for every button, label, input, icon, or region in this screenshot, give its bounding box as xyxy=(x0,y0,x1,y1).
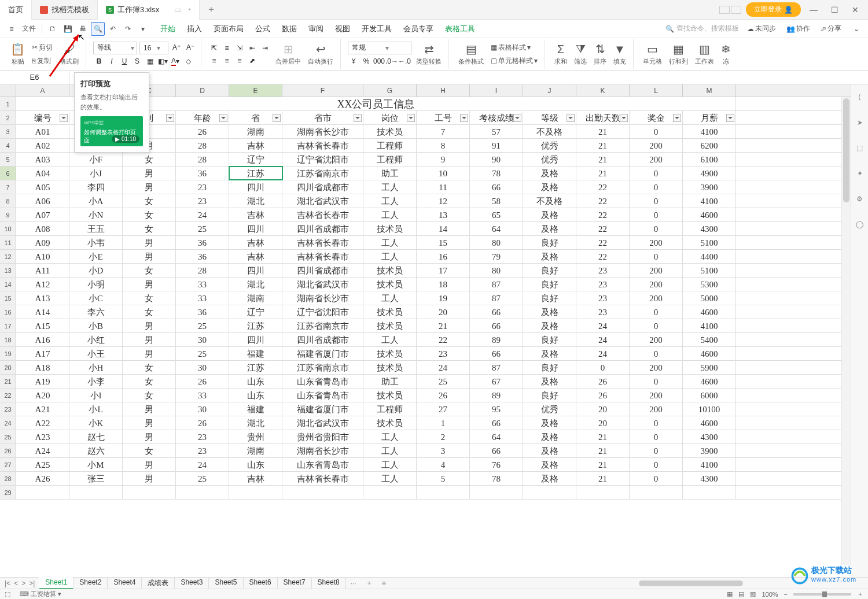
cell-J25[interactable]: 及格 xyxy=(523,430,576,443)
cell-M23[interactable]: 10100 xyxy=(683,402,736,416)
header-cell[interactable]: 编号 xyxy=(16,111,69,124)
cell-H3[interactable]: 7 xyxy=(417,125,470,138)
filter-arrow-icon[interactable] xyxy=(513,114,521,122)
sheet-tab-Sheet5[interactable]: Sheet5 xyxy=(209,577,243,589)
cell-D11[interactable]: 36 xyxy=(176,236,229,249)
cell-B7[interactable]: 李四 xyxy=(69,180,123,194)
row-header-22[interactable]: 22 xyxy=(0,389,16,402)
cell-L18[interactable]: 200 xyxy=(630,333,683,346)
cell-F23[interactable]: 福建省厦门市 xyxy=(282,402,363,416)
row-header-7[interactable]: 7 xyxy=(0,180,16,194)
cell-I25[interactable]: 64 xyxy=(470,430,523,443)
cell-K11[interactable]: 22 xyxy=(576,236,630,249)
filter-arrow-icon[interactable] xyxy=(166,114,174,122)
sheet-tab-Sheet2[interactable]: Sheet2 xyxy=(73,577,108,589)
print-icon[interactable]: 🖶 xyxy=(76,22,90,36)
cell-F8[interactable]: 湖北省武汉市 xyxy=(282,194,363,208)
zoom-out-icon[interactable]: − xyxy=(784,591,788,598)
cell-F14[interactable]: 湖北省武汉市 xyxy=(282,278,363,291)
cell-button[interactable]: ▭单元格 xyxy=(641,42,664,66)
cell-L26[interactable]: 0 xyxy=(630,444,683,457)
cell-D28[interactable]: 25 xyxy=(176,472,229,485)
cell-K27[interactable]: 21 xyxy=(576,458,630,471)
cell-E12[interactable]: 吉林 xyxy=(229,250,282,263)
empty-cell[interactable] xyxy=(176,486,229,499)
cell-L21[interactable]: 0 xyxy=(630,375,683,388)
header-cell[interactable]: 月薪 xyxy=(683,111,736,124)
cell-M17[interactable]: 4100 xyxy=(683,319,736,332)
cell-C17[interactable]: 男 xyxy=(123,319,176,332)
cell-L4[interactable]: 200 xyxy=(630,139,683,152)
cell-I9[interactable]: 65 xyxy=(470,208,523,221)
cell-K25[interactable]: 21 xyxy=(576,430,630,443)
close-button[interactable]: ✕ xyxy=(847,5,863,14)
sheet-tab-Sheet8[interactable]: Sheet8 xyxy=(312,577,346,589)
view-break-icon[interactable]: ▧ xyxy=(750,590,756,598)
cell-K15[interactable]: 23 xyxy=(576,291,630,305)
cell-G24[interactable]: 技术员 xyxy=(363,416,417,430)
cell-H8[interactable]: 12 xyxy=(417,194,470,208)
cell-M8[interactable]: 4100 xyxy=(683,194,736,208)
cell-A28[interactable]: A26 xyxy=(16,472,69,485)
cell-I7[interactable]: 66 xyxy=(470,180,523,194)
cell-F12[interactable]: 吉林省长春市 xyxy=(282,250,363,263)
empty-cell[interactable] xyxy=(417,486,470,499)
cell-J12[interactable]: 及格 xyxy=(523,250,576,263)
cell-J24[interactable]: 及格 xyxy=(523,416,576,430)
cell-C26[interactable]: 女 xyxy=(123,444,176,457)
cell-C14[interactable]: 男 xyxy=(123,278,176,291)
qa-dropdown-icon[interactable]: ▾ xyxy=(136,22,150,36)
filter-arrow-icon[interactable] xyxy=(407,114,415,122)
empty-cell[interactable] xyxy=(683,486,736,499)
cell-K13[interactable]: 23 xyxy=(576,264,630,277)
sum-button[interactable]: Σ求和 xyxy=(552,43,569,66)
cell-E26[interactable]: 湖南 xyxy=(229,444,282,457)
cell-K6[interactable]: 21 xyxy=(576,167,630,180)
row-header-13[interactable]: 13 xyxy=(0,264,16,277)
currency-icon[interactable]: ¥ xyxy=(348,56,359,67)
cell-J28[interactable]: 及格 xyxy=(523,472,576,485)
cell-M10[interactable]: 4300 xyxy=(683,222,736,235)
type-convert-button[interactable]: ⇄类型转换 xyxy=(414,42,444,66)
cell-A14[interactable]: A12 xyxy=(16,278,69,291)
cell-C21[interactable]: 女 xyxy=(123,375,176,388)
cell-K3[interactable]: 21 xyxy=(576,125,630,138)
cell-I4[interactable]: 91 xyxy=(470,139,523,152)
sheet-add[interactable]: ＋ xyxy=(361,578,377,588)
cell-I24[interactable]: 66 xyxy=(470,416,523,430)
cell-A12[interactable]: A10 xyxy=(16,250,69,263)
zoom-in-icon[interactable]: ＋ xyxy=(857,590,863,598)
sheet-more[interactable]: ··· xyxy=(346,579,361,587)
cell-I3[interactable]: 57 xyxy=(470,125,523,138)
header-cell[interactable]: 等级 xyxy=(523,111,576,124)
cell-G16[interactable]: 技术员 xyxy=(363,305,417,319)
menu-tab-review[interactable]: 审阅 xyxy=(304,21,328,36)
cell-C25[interactable]: 男 xyxy=(123,430,176,443)
cell-M15[interactable]: 5000 xyxy=(683,291,736,305)
cell-F4[interactable]: 吉林省长春市 xyxy=(282,139,363,152)
cell-J4[interactable]: 优秀 xyxy=(523,139,576,152)
cell-I15[interactable]: 87 xyxy=(470,291,523,305)
cell-C22[interactable]: 女 xyxy=(123,389,176,402)
cell-D7[interactable]: 23 xyxy=(176,180,229,194)
cell-M22[interactable]: 6000 xyxy=(683,389,736,402)
empty-cell[interactable] xyxy=(576,486,630,499)
col-header-F[interactable]: F xyxy=(282,84,363,97)
cell-C13[interactable]: 女 xyxy=(123,264,176,277)
cell-H12[interactable]: 16 xyxy=(417,250,470,263)
cell-J17[interactable]: 及格 xyxy=(523,319,576,332)
cell-B12[interactable]: 小E xyxy=(69,250,123,263)
cell-E7[interactable]: 四川 xyxy=(229,180,282,194)
cell-G6[interactable]: 助工 xyxy=(363,167,417,180)
cell-I28[interactable]: 78 xyxy=(470,472,523,485)
sheet-tab-Sheet4[interactable]: Sheet4 xyxy=(108,577,142,589)
col-header-D[interactable]: D xyxy=(176,84,229,97)
sync-status[interactable]: ☁ 未同步 xyxy=(745,23,778,35)
menu-tab-view[interactable]: 视图 xyxy=(330,21,355,36)
filter-arrow-icon[interactable] xyxy=(273,114,281,122)
cell-L9[interactable]: 0 xyxy=(630,208,683,221)
cell-M9[interactable]: 4600 xyxy=(683,208,736,221)
cell-F24[interactable]: 湖北省武汉市 xyxy=(282,416,363,430)
row-header-29[interactable]: 29 xyxy=(0,486,16,499)
cell-A13[interactable]: A11 xyxy=(16,264,69,277)
